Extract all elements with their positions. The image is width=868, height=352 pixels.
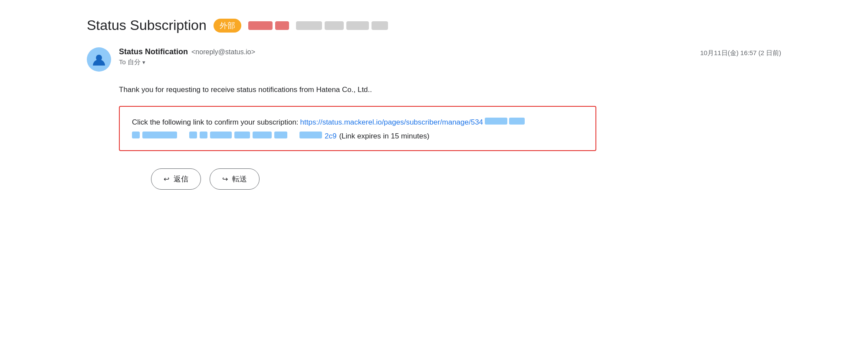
intro-text: Thank you for requesting to receive stat… [119, 84, 781, 95]
to-line: To 自分 ▾ [119, 58, 255, 66]
email-subject: Status Subscription 外部 [87, 17, 781, 33]
redacted-recipient-blocks [296, 21, 388, 30]
subject-title: Status Subscription [87, 17, 207, 33]
redacted-block-1 [248, 21, 273, 30]
r3 [189, 132, 197, 138]
sender-email: <noreply@status.io> [191, 48, 255, 56]
sender-info: Status Notification <noreply@status.io> … [87, 47, 255, 72]
reply-label: 返信 [174, 174, 188, 184]
expiry-text: (Link expires in 15 minutes) [339, 132, 429, 141]
sender-name: Status Notification [119, 47, 188, 56]
redacted-link-end-1 [485, 118, 507, 125]
forward-button[interactable]: ↪ 転送 [210, 168, 260, 190]
r8 [274, 132, 287, 138]
action-buttons: ↩ 返信 ↪ 転送 [119, 168, 781, 190]
subscription-prefix: Click the following link to confirm your… [132, 116, 299, 129]
r6 [234, 132, 250, 138]
sender-name-row: Status Notification <noreply@status.io> [119, 47, 255, 56]
subscription-box: Click the following link to confirm your… [119, 106, 596, 151]
reply-button[interactable]: ↩ 返信 [151, 168, 201, 190]
r4 [200, 132, 207, 138]
redacted-sender-blocks [248, 21, 289, 30]
to-label: To 自分 [119, 58, 141, 66]
email-header: Status Notification <noreply@status.io> … [87, 47, 781, 72]
redacted-block-3 [296, 21, 322, 30]
avatar [87, 47, 111, 72]
email-body: Thank you for requesting to receive stat… [87, 84, 781, 190]
r7 [253, 132, 272, 138]
r5 [210, 132, 232, 138]
redacted-block-2 [275, 21, 289, 30]
email-date: 10月11日(金) 16:57 (2 日前) [700, 47, 781, 57]
subscription-line-1: Click the following link to confirm your… [132, 116, 583, 129]
dropdown-arrow[interactable]: ▾ [142, 59, 145, 66]
forward-icon: ↪ [222, 175, 228, 183]
sender-details: Status Notification <noreply@status.io> … [119, 47, 255, 66]
external-badge: 外部 [214, 19, 241, 33]
redacted-block-5 [346, 21, 369, 30]
r2 [142, 132, 177, 138]
redacted-block-4 [325, 21, 344, 30]
email-container: Status Subscription 外部 Stat [87, 17, 781, 190]
forward-label: 転送 [232, 174, 247, 184]
r1 [132, 132, 140, 138]
subscription-line-2: 2c9 (Link expires in 15 minutes) [132, 132, 583, 141]
redacted-block-6 [372, 21, 388, 30]
link-suffix: 2c9 [325, 132, 336, 141]
r9 [299, 132, 322, 138]
reply-icon: ↩ [164, 175, 169, 183]
subscription-link[interactable]: https://status.mackerel.io/pages/subscri… [300, 116, 483, 129]
redacted-link-end-2 [509, 118, 525, 125]
